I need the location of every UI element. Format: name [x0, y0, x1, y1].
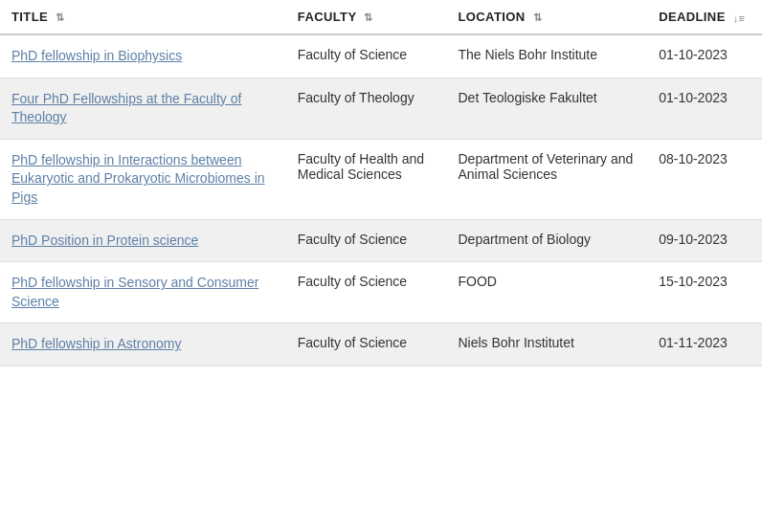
- cell-title: PhD fellowship in Biophysics: [0, 34, 286, 78]
- title-link[interactable]: PhD fellowship in Biophysics: [11, 48, 182, 63]
- cell-faculty: Faculty of Science: [286, 219, 447, 262]
- sort-icon-title[interactable]: ⇅: [56, 11, 64, 24]
- sort-icon-location[interactable]: ⇅: [533, 11, 542, 24]
- table-row: PhD fellowship in AstronomyFaculty of Sc…: [0, 323, 762, 366]
- cell-title: PhD fellowship in Sensory and Consumer S…: [0, 262, 286, 323]
- title-link[interactable]: Four PhD Fellowships at the Faculty of T…: [11, 91, 241, 125]
- cell-location: Niels Bohr Institutet: [446, 323, 647, 366]
- title-link[interactable]: PhD fellowship in Astronomy: [11, 336, 181, 351]
- cell-title: Four PhD Fellowships at the Faculty of T…: [0, 78, 286, 139]
- cell-faculty: Faculty of Science: [286, 262, 447, 323]
- cell-deadline: 08-10-2023: [647, 139, 762, 219]
- col-header-faculty[interactable]: FACULTY ⇅: [286, 0, 447, 34]
- table-row: Four PhD Fellowships at the Faculty of T…: [0, 78, 762, 139]
- cell-location: Det Teologiske Fakultet: [446, 78, 647, 139]
- title-link[interactable]: PhD fellowship in Interactions between E…: [11, 152, 265, 205]
- sort-icon-faculty[interactable]: ⇅: [364, 11, 372, 24]
- cell-faculty: Faculty of Health and Medical Sciences: [286, 139, 447, 219]
- cell-deadline: 15-10-2023: [647, 262, 762, 323]
- cell-deadline: 01-11-2023: [647, 323, 762, 366]
- cell-faculty: Faculty of Theology: [286, 78, 447, 139]
- table-row: PhD Position in Protein scienceFaculty o…: [0, 219, 762, 262]
- cell-deadline: 01-10-2023: [647, 78, 762, 139]
- cell-faculty: Faculty of Science: [286, 34, 447, 78]
- cell-location: Department of Biology: [446, 219, 647, 262]
- col-header-location[interactable]: LOCATION ⇅: [446, 0, 647, 34]
- cell-title: PhD fellowship in Astronomy: [0, 323, 286, 366]
- table-row: PhD fellowship in BiophysicsFaculty of S…: [0, 34, 762, 78]
- title-link[interactable]: PhD fellowship in Sensory and Consumer S…: [11, 275, 258, 309]
- cell-faculty: Faculty of Science: [286, 323, 447, 366]
- cell-title: PhD Position in Protein science: [0, 219, 286, 262]
- cell-location: Department of Veterinary and Animal Scie…: [446, 139, 647, 219]
- phd-listings-table: TITLE ⇅ FACULTY ⇅ LOCATION ⇅ DEADLINE ↓≡…: [0, 0, 762, 366]
- table-row: PhD fellowship in Sensory and Consumer S…: [0, 262, 762, 323]
- sort-icon-deadline[interactable]: ↓≡: [733, 12, 746, 24]
- col-header-title[interactable]: TITLE ⇅: [0, 0, 286, 34]
- cell-deadline: 01-10-2023: [647, 34, 762, 78]
- cell-location: FOOD: [446, 262, 647, 323]
- col-header-deadline[interactable]: DEADLINE ↓≡: [647, 0, 762, 34]
- table-row: PhD fellowship in Interactions between E…: [0, 139, 762, 219]
- cell-location: The Niels Bohr Institute: [446, 34, 647, 78]
- title-link[interactable]: PhD Position in Protein science: [11, 233, 198, 248]
- cell-title: PhD fellowship in Interactions between E…: [0, 139, 286, 219]
- cell-deadline: 09-10-2023: [647, 219, 762, 262]
- table-header-row: TITLE ⇅ FACULTY ⇅ LOCATION ⇅ DEADLINE ↓≡: [0, 0, 762, 34]
